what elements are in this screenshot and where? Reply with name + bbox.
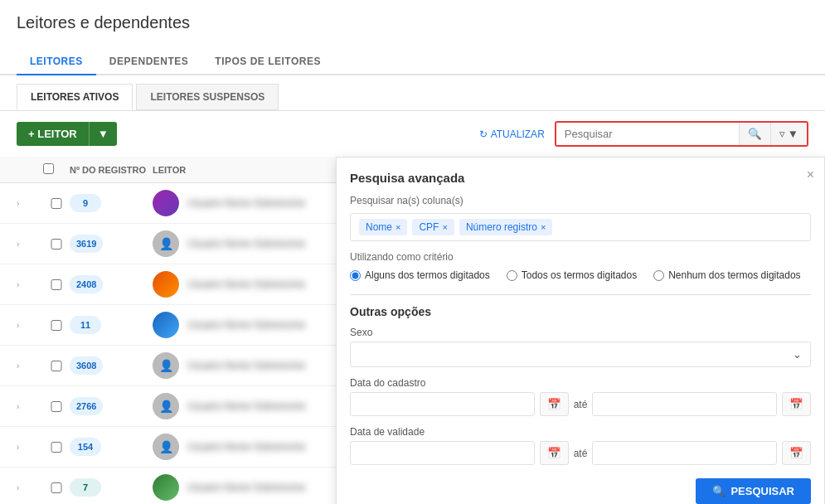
- row-checkbox[interactable]: [43, 239, 70, 250]
- record-badge: 7: [70, 478, 101, 497]
- search-input[interactable]: [556, 123, 739, 145]
- data-validade-start-input[interactable]: [350, 441, 535, 465]
- tab-leitores[interactable]: LEITORES: [17, 49, 96, 75]
- reader-name: Usuario Nome Sobrenome: [187, 319, 305, 331]
- sexo-field-row: Sexo ⌄: [350, 327, 811, 367]
- search-button[interactable]: 🔍 PESQUISAR: [696, 478, 811, 504]
- criteria-nenhum-radio[interactable]: [653, 270, 664, 281]
- data-validade-label: Data de validade: [350, 426, 811, 438]
- expand-icon[interactable]: ›: [17, 483, 43, 492]
- subtab-suspensos[interactable]: LEITORES SUSPENSOS: [136, 84, 279, 110]
- row-checkbox[interactable]: [43, 198, 70, 209]
- outras-title: Outras opções: [350, 305, 811, 318]
- criteria-nenhum[interactable]: Nenhum dos termos digitados: [653, 269, 800, 281]
- reader-name: Usuario Nome Sobrenome: [187, 441, 305, 453]
- section-divider: [350, 294, 811, 295]
- reader-name: Usuario Nome Sobrenome: [187, 360, 305, 371]
- data-cadastro-row: 📅 até 📅: [350, 392, 811, 416]
- search-box: 🔍 ▿ ▼: [555, 121, 808, 147]
- reader-name: Usuario Nome Sobrenome: [187, 400, 305, 412]
- criteria-nenhum-label: Nenhum dos termos digitados: [668, 269, 800, 281]
- criteria-todos-radio[interactable]: [507, 270, 517, 281]
- data-cadastro-start-calendar-button[interactable]: 📅: [540, 392, 569, 416]
- expand-icon[interactable]: ›: [17, 280, 43, 289]
- filter-button[interactable]: ▿ ▼: [770, 123, 807, 145]
- select-all-checkbox[interactable]: [43, 163, 54, 174]
- tag-numero-registro: Número registro ×: [459, 219, 552, 235]
- tab-tipos-leitores[interactable]: TIPOS DE LEITORES: [201, 49, 334, 75]
- search-icon: 🔍: [712, 485, 726, 497]
- tag-nome-remove[interactable]: ×: [396, 222, 400, 232]
- tag-nome: Nome ×: [359, 219, 407, 235]
- record-badge: 9: [70, 194, 101, 212]
- row-checkbox[interactable]: [43, 482, 70, 493]
- record-badge: 3619: [70, 235, 103, 253]
- tag-cpf-label: CPF: [419, 221, 439, 233]
- data-validade-end-calendar-button[interactable]: 📅: [782, 441, 811, 465]
- row-checkbox[interactable]: [43, 401, 70, 412]
- sexo-label: Sexo: [350, 327, 811, 338]
- row-checkbox[interactable]: [43, 279, 70, 290]
- tags-row: Nome × CPF × Número registro ×: [350, 213, 811, 241]
- criteria-alguns[interactable]: Alguns dos termos digitados: [350, 269, 490, 281]
- top-tabs-bar: LEITORES DEPENDENTES TIPOS DE LEITORES: [0, 49, 825, 75]
- criteria-todos-label: Todos os termos digitados: [522, 269, 637, 281]
- reader-name: Usuario Nome Sobrenome: [187, 197, 305, 209]
- row-checkbox[interactable]: [43, 320, 70, 331]
- search-btn-label: PESQUISAR: [730, 485, 794, 497]
- registro-col-header: Nº DO REGISTRO: [70, 165, 153, 175]
- criteria-alguns-label: Alguns dos termos digitados: [365, 269, 490, 281]
- ate-label-2: até: [574, 448, 588, 459]
- add-leitor-button[interactable]: + LEITOR: [17, 122, 89, 146]
- filter-icon: ▿: [779, 128, 785, 140]
- main-content: Nº DO REGISTRO LEITOR › 9 Usuario Nome S…: [0, 157, 825, 504]
- tag-nome-label: Nome: [366, 221, 392, 233]
- sexo-select[interactable]: ⌄: [350, 342, 811, 367]
- criteria-alguns-radio[interactable]: [350, 270, 361, 281]
- row-checkbox[interactable]: [43, 442, 70, 453]
- close-panel-button[interactable]: ×: [807, 167, 814, 182]
- data-cadastro-start-input[interactable]: [350, 392, 535, 416]
- data-cadastro-end-input[interactable]: [592, 392, 777, 416]
- tag-numero-remove[interactable]: ×: [541, 222, 546, 232]
- data-validade-row: 📅 até 📅: [350, 441, 811, 465]
- row-checkbox[interactable]: [43, 361, 70, 371]
- expand-icon[interactable]: ›: [17, 402, 43, 411]
- subtab-ativos[interactable]: LEITORES ATIVOS: [17, 84, 133, 110]
- avatar: 👤: [153, 393, 179, 419]
- data-validade-end-input[interactable]: [592, 441, 777, 465]
- record-badge: 3608: [70, 356, 103, 375]
- update-button[interactable]: ↻ ATUALIZAR: [479, 128, 545, 140]
- record-badge: 11: [70, 316, 101, 334]
- avatar: 👤: [153, 230, 179, 257]
- add-button-group: + LEITOR ▼: [17, 122, 117, 146]
- data-validade-start-calendar-button[interactable]: 📅: [540, 441, 569, 465]
- record-badge: 154: [70, 438, 101, 456]
- add-leitor-dropdown-button[interactable]: ▼: [89, 122, 117, 146]
- avatar: [153, 190, 179, 216]
- data-validade-field-row: Data de validade 📅 até 📅: [350, 426, 811, 465]
- expand-icon[interactable]: ›: [17, 321, 43, 330]
- expand-icon[interactable]: ›: [17, 361, 43, 371]
- reader-name: Usuario Nome Sobrenome: [187, 238, 305, 250]
- expand-icon[interactable]: ›: [17, 240, 43, 249]
- panel-footer: 🔍 PESQUISAR: [350, 478, 811, 504]
- criteria-todos[interactable]: Todos os termos digitados: [507, 269, 637, 281]
- criteria-label: Utilizando como critério: [350, 251, 811, 263]
- tag-cpf-remove[interactable]: ×: [442, 222, 447, 232]
- data-cadastro-field-row: Data do cadastro 📅 até 📅: [350, 377, 811, 416]
- advanced-search-panel: Pesquisa avançada × Pesquisar na(s) colu…: [336, 157, 825, 504]
- avatar: [153, 312, 179, 338]
- record-badge: 2408: [70, 275, 103, 293]
- sub-tabs-bar: LEITORES ATIVOS LEITORES SUSPENSOS: [0, 75, 825, 111]
- tag-numero-label: Número registro: [466, 221, 537, 233]
- tag-cpf: CPF ×: [412, 219, 454, 235]
- data-cadastro-end-calendar-button[interactable]: 📅: [782, 392, 811, 416]
- search-area: ↻ ATUALIZAR 🔍 ▿ ▼: [479, 121, 808, 147]
- page-title: Leitores e dependentes: [17, 13, 808, 32]
- filter-dropdown-icon: ▼: [788, 128, 798, 140]
- search-submit-icon-button[interactable]: 🔍: [739, 123, 770, 145]
- expand-icon[interactable]: ›: [17, 443, 43, 452]
- expand-icon[interactable]: ›: [17, 199, 43, 208]
- tab-dependentes[interactable]: DEPENDENTES: [96, 49, 202, 75]
